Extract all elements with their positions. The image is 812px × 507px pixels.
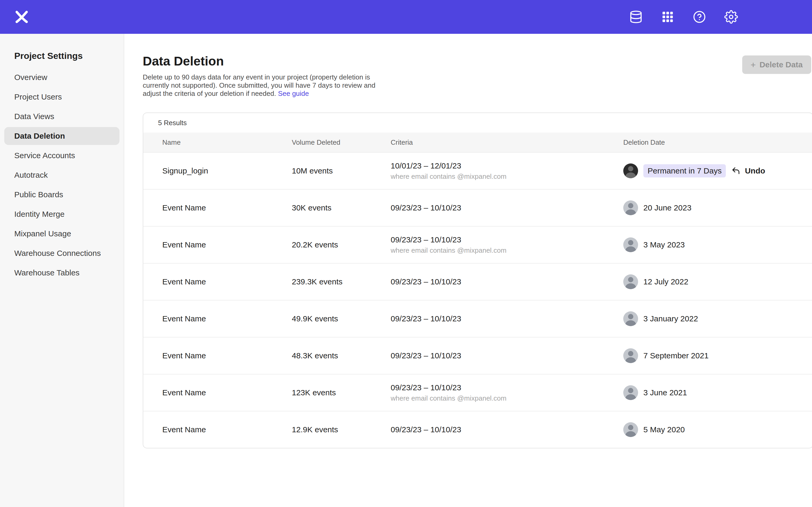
- mixpanel-logo[interactable]: [14, 9, 30, 25]
- event-name: Event Name: [162, 351, 292, 360]
- avatar: [623, 274, 638, 289]
- deletion-date: 5 May 2020: [643, 425, 685, 434]
- delete-data-button-label: Delete Data: [759, 60, 803, 69]
- table-row: Event Name 49.9K events 09/23/23 – 10/10…: [143, 300, 812, 337]
- volume-deleted: 123K events: [292, 388, 391, 397]
- event-name: Event Name: [162, 425, 292, 434]
- volume-deleted: 10M events: [292, 166, 391, 175]
- criteria-range: 09/23/23 – 10/10/23: [391, 425, 623, 434]
- table-row: Event Name 239.3K events 09/23/23 – 10/1…: [143, 263, 812, 300]
- criteria-filter: where email contains @mixpanel.com: [391, 394, 623, 402]
- deletion-date: 3 May 2023: [643, 240, 685, 249]
- column-header-name: Name: [162, 138, 292, 147]
- deletion-date: 3 June 2021: [643, 388, 687, 397]
- undo-icon: [731, 166, 741, 176]
- criteria-range: 09/23/23 – 10/10/23: [391, 203, 623, 212]
- table-row: Event Name 123K events 09/23/23 – 10/10/…: [143, 374, 812, 411]
- sidebar-title: Project Settings: [4, 51, 119, 68]
- deletion-date: 20 June 2023: [643, 203, 692, 212]
- criteria-range: 09/23/23 – 10/10/23: [391, 314, 623, 323]
- deletion-requests-table: 5 Results Name Volume Deleted Criteria D…: [143, 112, 812, 448]
- criteria-range: 09/23/23 – 10/10/23: [391, 383, 623, 392]
- table-row: Event Name 20.2K events 09/23/23 – 10/10…: [143, 226, 812, 263]
- criteria-filter: where email contains @mixpanel.com: [391, 172, 623, 181]
- apps-grid-icon[interactable]: [661, 10, 674, 24]
- avatar: [623, 385, 638, 400]
- event-name: Event Name: [162, 240, 292, 249]
- criteria-filter: where email contains @mixpanel.com: [391, 246, 623, 255]
- plus-icon: +: [751, 60, 756, 69]
- topbar-icon-group: [629, 10, 738, 24]
- event-name: Event Name: [162, 277, 292, 286]
- sidebar-item-data-views[interactable]: Data Views: [4, 108, 119, 125]
- settings-sidebar: Project Settings Overview Project Users …: [0, 34, 124, 507]
- avatar: [623, 311, 638, 326]
- column-header-criteria: Criteria: [391, 138, 623, 147]
- page-description-text: Delete up to 90 days data for any event …: [143, 73, 375, 98]
- column-header-volume-deleted: Volume Deleted: [292, 138, 391, 147]
- main-content: Data Deletion Delete up to 90 days data …: [124, 34, 812, 507]
- table-row: Signup_login 10M events 10/01/23 – 12/01…: [143, 152, 812, 189]
- volume-deleted: 49.9K events: [292, 314, 391, 323]
- top-navigation-bar: [0, 0, 812, 34]
- column-header-deletion-date: Deletion Date: [623, 138, 798, 147]
- volume-deleted: 30K events: [292, 203, 391, 212]
- page-title: Data Deletion: [143, 54, 377, 68]
- help-icon[interactable]: [693, 10, 706, 24]
- event-name: Event Name: [162, 314, 292, 323]
- sidebar-item-project-users[interactable]: Project Users: [4, 88, 119, 106]
- avatar: [623, 201, 638, 215]
- sidebar-item-warehouse-tables[interactable]: Warehouse Tables: [4, 264, 119, 282]
- undo-button[interactable]: Undo: [731, 166, 765, 176]
- undo-label: Undo: [745, 166, 765, 175]
- criteria-range: 09/23/23 – 10/10/23: [391, 235, 623, 244]
- avatar: [623, 422, 638, 437]
- table-row: Event Name 48.3K events 09/23/23 – 10/10…: [143, 337, 812, 374]
- volume-deleted: 20.2K events: [292, 240, 391, 249]
- deletion-date: 7 September 2021: [643, 351, 709, 360]
- see-guide-link[interactable]: See guide: [278, 90, 309, 98]
- sidebar-item-service-accounts[interactable]: Service Accounts: [4, 147, 119, 165]
- avatar: [623, 237, 638, 252]
- sidebar-item-public-boards[interactable]: Public Boards: [4, 186, 119, 204]
- volume-deleted: 12.9K events: [292, 425, 391, 434]
- table-row: Event Name 12.9K events 09/23/23 – 10/10…: [143, 411, 812, 448]
- avatar: [623, 348, 638, 363]
- deletion-date: 12 July 2022: [643, 277, 688, 286]
- results-count: 5 Results: [143, 113, 812, 132]
- criteria-range: 10/01/23 – 12/01/23: [391, 161, 623, 170]
- table-row: Event Name 30K events 09/23/23 – 10/10/2…: [143, 189, 812, 226]
- sidebar-item-data-deletion[interactable]: Data Deletion: [4, 127, 119, 145]
- deletion-date: 3 January 2022: [643, 314, 698, 323]
- sidebar-item-overview[interactable]: Overview: [4, 68, 119, 87]
- volume-deleted: 239.3K events: [292, 277, 391, 286]
- sidebar-item-warehouse-connections[interactable]: Warehouse Connections: [4, 244, 119, 262]
- status-badge: Permanent in 7 Days: [643, 164, 726, 177]
- sidebar-item-identity-merge[interactable]: Identity Merge: [4, 205, 119, 223]
- sidebar-item-mixpanel-usage[interactable]: Mixpanel Usage: [4, 225, 119, 243]
- event-name: Signup_login: [162, 166, 292, 175]
- sidebar-item-autotrack[interactable]: Autotrack: [4, 166, 119, 184]
- delete-data-button[interactable]: + Delete Data: [742, 55, 811, 74]
- criteria-range: 09/23/23 – 10/10/23: [391, 351, 623, 360]
- avatar: [623, 163, 638, 178]
- settings-icon[interactable]: [724, 10, 738, 24]
- event-name: Event Name: [162, 203, 292, 212]
- volume-deleted: 48.3K events: [292, 351, 391, 360]
- event-name: Event Name: [162, 388, 292, 397]
- page-description: Delete up to 90 days data for any event …: [143, 73, 377, 98]
- table-header-row: Name Volume Deleted Criteria Deletion Da…: [143, 132, 812, 152]
- data-management-icon[interactable]: [629, 10, 643, 24]
- criteria-range: 09/23/23 – 10/10/23: [391, 277, 623, 286]
